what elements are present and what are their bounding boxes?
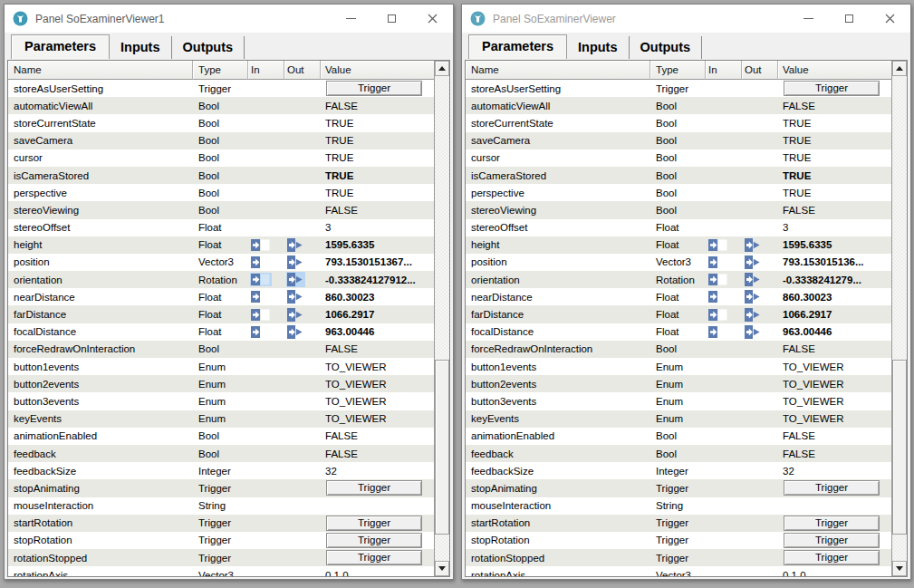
vertical-scrollbar[interactable] xyxy=(434,61,449,576)
maximize-button[interactable] xyxy=(371,5,412,33)
scroll-down-button[interactable] xyxy=(892,561,907,576)
column-header-out[interactable]: Out xyxy=(284,61,321,80)
minimize-button[interactable] xyxy=(788,5,829,33)
field-in-icon[interactable] xyxy=(251,274,271,285)
tab-parameters[interactable]: Parameters xyxy=(11,34,110,59)
field-out-icon[interactable] xyxy=(287,255,304,269)
tab-inputs[interactable]: Inputs xyxy=(567,36,630,59)
param-name: isCameraStored xyxy=(466,167,650,184)
field-out-icon[interactable] xyxy=(287,290,304,304)
maximize-button[interactable] xyxy=(829,5,870,33)
field-out-icon[interactable] xyxy=(287,308,304,322)
param-out-cell xyxy=(742,132,778,149)
param-name: focalDistance xyxy=(8,323,193,341)
field-in-icon[interactable] xyxy=(708,291,728,303)
param-out-cell xyxy=(742,392,778,410)
param-out-cell xyxy=(742,549,778,566)
param-type: Bool xyxy=(193,428,248,445)
field-in-icon[interactable] xyxy=(251,309,271,321)
scroll-up-button[interactable] xyxy=(892,61,907,76)
table-row: button3eventsEnumTO_VIEWER xyxy=(466,392,891,410)
close-button[interactable] xyxy=(412,5,453,33)
column-header-type[interactable]: Type xyxy=(193,61,248,80)
field-in-icon[interactable] xyxy=(708,326,728,338)
tab-bar: Parameters Inputs Outputs xyxy=(462,33,910,58)
param-value: TO_VIEWER xyxy=(778,392,891,410)
param-value: FALSE xyxy=(321,201,434,218)
param-in-cell xyxy=(706,219,742,236)
title-bar[interactable]: Panel SoExaminerViewer xyxy=(462,5,910,33)
field-out-icon[interactable] xyxy=(287,238,304,252)
column-header-value[interactable]: Value xyxy=(778,61,891,80)
tab-parameters[interactable]: Parameters xyxy=(468,34,567,59)
column-header-type[interactable]: Type xyxy=(650,61,706,80)
trigger-button[interactable]: Trigger xyxy=(784,480,880,496)
field-out-icon[interactable] xyxy=(745,325,762,339)
title-bar[interactable]: Panel SoExaminerViewer1 xyxy=(5,5,453,33)
param-type: Bool xyxy=(650,445,706,462)
trigger-button[interactable]: Trigger xyxy=(326,81,422,96)
param-value: FALSE xyxy=(778,341,891,358)
table-row: isCameraStoredBoolTRUE xyxy=(8,167,434,184)
param-value: TO_VIEWER xyxy=(321,375,434,392)
param-value: Trigger xyxy=(321,80,434,97)
table-row: perspectiveBoolTRUE xyxy=(466,184,891,201)
trigger-button[interactable]: Trigger xyxy=(326,533,422,548)
trigger-button[interactable]: Trigger xyxy=(326,516,422,531)
param-out-cell xyxy=(742,462,778,479)
field-in-icon[interactable] xyxy=(708,256,728,268)
field-in-icon[interactable] xyxy=(251,256,271,268)
trigger-button[interactable]: Trigger xyxy=(326,480,422,496)
column-header-value[interactable]: Value xyxy=(321,61,434,80)
field-out-icon[interactable] xyxy=(745,308,762,322)
close-button[interactable] xyxy=(870,5,910,33)
param-value: 963.00446 xyxy=(778,323,891,341)
maximize-icon xyxy=(388,14,396,23)
trigger-button[interactable]: Trigger xyxy=(784,81,880,96)
field-out-icon[interactable] xyxy=(745,238,762,252)
column-header-name[interactable]: Name xyxy=(466,61,650,80)
param-value: FALSE xyxy=(778,428,891,445)
field-out-icon[interactable] xyxy=(745,255,762,269)
param-type: Float xyxy=(193,305,248,323)
column-header-name[interactable]: Name xyxy=(8,61,193,80)
column-header-out[interactable]: Out xyxy=(742,61,778,80)
tab-outputs[interactable]: Outputs xyxy=(172,36,245,59)
field-out-icon[interactable] xyxy=(287,325,304,339)
scrollbar-thumb[interactable] xyxy=(435,360,449,535)
column-header-in[interactable]: In xyxy=(706,61,742,80)
param-out-cell xyxy=(284,462,321,479)
vertical-scrollbar[interactable] xyxy=(891,61,907,576)
tab-outputs[interactable]: Outputs xyxy=(630,36,703,59)
trigger-button[interactable]: Trigger xyxy=(784,533,880,548)
field-in-icon[interactable] xyxy=(708,239,728,251)
scroll-up-icon xyxy=(438,66,446,71)
param-type: Bool xyxy=(193,97,248,114)
tab-inputs[interactable]: Inputs xyxy=(110,36,172,59)
param-out-cell xyxy=(742,254,778,271)
column-header-in[interactable]: In xyxy=(248,61,284,80)
param-type: Bool xyxy=(193,184,248,201)
param-out-cell xyxy=(284,428,321,445)
field-in-icon[interactable] xyxy=(251,239,271,251)
field-in-icon[interactable] xyxy=(708,309,728,321)
param-out-cell xyxy=(284,410,321,428)
trigger-button[interactable]: Trigger xyxy=(784,516,880,531)
param-value: -0.333824127912... xyxy=(321,271,434,288)
table-row: startRotationTriggerTrigger xyxy=(466,515,891,532)
scroll-down-button[interactable] xyxy=(435,561,449,576)
field-out-icon[interactable] xyxy=(287,273,304,286)
field-in-icon[interactable] xyxy=(251,291,271,303)
field-in-icon[interactable] xyxy=(708,274,728,285)
scrollbar-thumb[interactable] xyxy=(892,360,907,535)
field-in-icon[interactable] xyxy=(251,326,271,338)
param-type: Integer xyxy=(650,462,706,479)
field-out-icon[interactable] xyxy=(745,273,762,286)
param-in-cell xyxy=(706,114,742,131)
trigger-button[interactable]: Trigger xyxy=(784,550,880,565)
field-out-icon[interactable] xyxy=(745,290,762,304)
trigger-button[interactable]: Trigger xyxy=(326,550,422,565)
scroll-up-button[interactable] xyxy=(435,61,449,76)
minimize-button[interactable] xyxy=(331,5,371,33)
param-in-cell xyxy=(706,167,742,184)
